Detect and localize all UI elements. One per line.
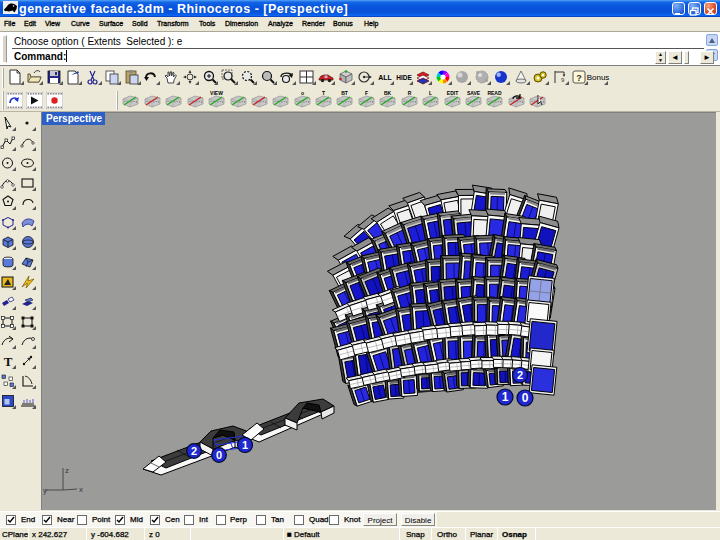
svg-text:y: y (43, 486, 47, 495)
svg-text:0: 0 (522, 391, 529, 405)
svg-text:READ: READ (487, 91, 502, 96)
svg-text:EDIT: EDIT (447, 91, 458, 96)
svg-text:L: L (429, 91, 432, 96)
svg-text:1: 1 (242, 439, 248, 451)
svg-text:2: 2 (517, 369, 523, 381)
svg-text:?: ? (576, 73, 582, 83)
svg-text:BT: BT (341, 91, 348, 96)
svg-text:x: x (79, 485, 83, 494)
svg-text:0: 0 (216, 449, 222, 461)
svg-text:F: F (365, 91, 368, 96)
svg-text:ALL: ALL (378, 74, 392, 81)
svg-text:BK: BK (384, 91, 392, 96)
svg-text:SAVE: SAVE (467, 91, 481, 96)
svg-text:z: z (65, 466, 69, 475)
svg-text:T: T (322, 91, 325, 96)
svg-text:HIDE: HIDE (396, 74, 412, 81)
svg-text:VIEW: VIEW (210, 91, 223, 96)
svg-text:o: o (301, 91, 304, 96)
svg-text:1: 1 (502, 390, 509, 404)
svg-text:R: R (408, 91, 412, 96)
svg-text:2: 2 (191, 445, 197, 457)
